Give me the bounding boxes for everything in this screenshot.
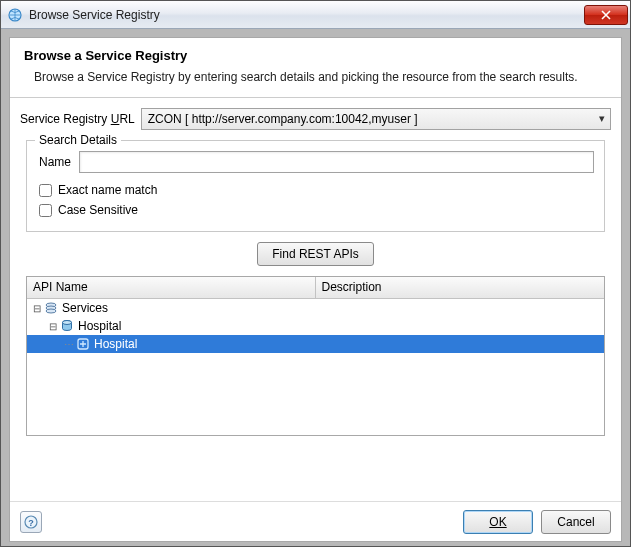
tree-connector-icon: ⋯ — [63, 339, 75, 350]
ok-label: OK — [489, 515, 506, 529]
stack-icon — [43, 300, 59, 316]
tree-row[interactable]: ⊟Hospital — [27, 317, 604, 335]
table-body[interactable]: ⊟Services⊟Hospital⋯Hospital — [27, 299, 604, 435]
service-registry-url-combo[interactable]: ZCON [ http://server.company.com:10042,m… — [141, 108, 611, 130]
window-title: Browse Service Registry — [29, 8, 584, 22]
exact-match-label: Exact name match — [58, 183, 157, 197]
tree-row[interactable]: ⊟Services — [27, 299, 604, 317]
page-description: Browse a Service Registry by entering se… — [24, 69, 607, 85]
label-prefix: Service Registry — [20, 112, 111, 126]
tree-row[interactable]: ⋯Hospital — [27, 335, 604, 353]
dialog-window: Browse Service Registry Browse a Service… — [0, 0, 631, 547]
service-registry-url-label: Service Registry URL — [20, 112, 135, 126]
app-icon — [7, 7, 23, 23]
search-details-legend: Search Details — [35, 133, 121, 147]
service-registry-url-row: Service Registry URL ZCON [ http://serve… — [20, 108, 611, 130]
collapse-icon[interactable]: ⊟ — [47, 321, 59, 332]
close-button[interactable] — [584, 5, 628, 25]
find-rest-apis-button[interactable]: Find REST APIs — [257, 242, 373, 266]
col-header-description[interactable]: Description — [316, 277, 605, 298]
name-row: Name — [37, 151, 594, 173]
dialog-footer: ? OK Cancel — [10, 501, 621, 541]
page-title: Browse a Service Registry — [24, 48, 607, 63]
case-sensitive-label: Case Sensitive — [58, 203, 138, 217]
tree-node-label: Hospital — [78, 319, 121, 333]
results-table: API Name Description ⊟Services⊟Hospital⋯… — [26, 276, 605, 436]
name-label: Name — [39, 155, 71, 169]
svg-point-5 — [63, 321, 72, 325]
combo-selected-value: ZCON [ http://server.company.com:10042,m… — [148, 112, 418, 126]
db-icon — [59, 318, 75, 334]
ok-button[interactable]: OK — [463, 510, 533, 534]
col-header-api-name[interactable]: API Name — [27, 277, 316, 298]
svg-point-3 — [46, 309, 56, 313]
case-sensitive-checkbox[interactable] — [39, 204, 52, 217]
tree-node-label: Services — [62, 301, 108, 315]
find-row: Find REST APIs — [20, 242, 611, 266]
name-input[interactable] — [79, 151, 594, 173]
svg-text:?: ? — [28, 517, 34, 527]
collapse-icon[interactable]: ⊟ — [31, 303, 43, 314]
tree-node-label: Hospital — [94, 337, 137, 351]
help-icon: ? — [24, 515, 38, 529]
title-bar: Browse Service Registry — [1, 1, 630, 29]
exact-match-row[interactable]: Exact name match — [39, 183, 594, 197]
search-details-group: Search Details Name Exact name match Cas… — [26, 140, 605, 232]
leaf-icon — [75, 336, 91, 352]
close-icon — [601, 10, 611, 20]
cancel-button[interactable]: Cancel — [541, 510, 611, 534]
label-suffix: RL — [119, 112, 134, 126]
header-section: Browse a Service Registry Browse a Servi… — [10, 38, 621, 98]
body-section: Service Registry URL ZCON [ http://serve… — [10, 98, 621, 501]
case-sensitive-row[interactable]: Case Sensitive — [39, 203, 594, 217]
exact-match-checkbox[interactable] — [39, 184, 52, 197]
content-panel: Browse a Service Registry Browse a Servi… — [9, 37, 622, 542]
help-button[interactable]: ? — [20, 511, 42, 533]
table-header: API Name Description — [27, 277, 604, 299]
